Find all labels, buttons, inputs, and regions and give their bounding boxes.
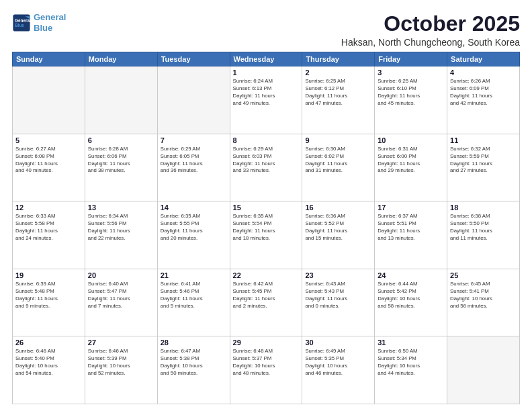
day-number: 26 xyxy=(15,338,82,347)
day-number: 12 xyxy=(15,203,82,212)
calendar-page: General Blue General Blue October 2025 H… xyxy=(0,0,532,411)
weekday-header-row: SundayMondayTuesdayWednesdayThursdayFrid… xyxy=(13,52,520,66)
day-cell-25: 25Sunrise: 6:45 AM Sunset: 5:41 PM Dayli… xyxy=(447,269,520,336)
day-number: 16 xyxy=(305,203,371,212)
day-cell-30: 30Sunrise: 6:49 AM Sunset: 5:35 PM Dayli… xyxy=(302,336,375,404)
day-number: 14 xyxy=(161,203,227,212)
day-info: Sunrise: 6:49 AM Sunset: 5:35 PM Dayligh… xyxy=(305,348,371,377)
day-info: Sunrise: 6:24 AM Sunset: 6:13 PM Dayligh… xyxy=(233,78,300,107)
day-number: 9 xyxy=(305,136,371,144)
day-cell-17: 17Sunrise: 6:37 AM Sunset: 5:51 PM Dayli… xyxy=(375,201,447,269)
day-cell-8: 8Sunrise: 6:29 AM Sunset: 6:03 PM Daylig… xyxy=(230,134,302,201)
day-info: Sunrise: 6:36 AM Sunset: 5:52 PM Dayligh… xyxy=(305,213,371,242)
day-info: Sunrise: 6:45 AM Sunset: 5:41 PM Dayligh… xyxy=(450,281,517,310)
day-info: Sunrise: 6:42 AM Sunset: 5:45 PM Dayligh… xyxy=(233,281,300,310)
day-cell-19: 19Sunrise: 6:39 AM Sunset: 5:48 PM Dayli… xyxy=(13,269,85,336)
logo-icon: General Blue xyxy=(12,13,31,32)
day-number: 13 xyxy=(88,203,154,212)
day-info: Sunrise: 6:28 AM Sunset: 6:06 PM Dayligh… xyxy=(88,146,154,175)
day-cell-7: 7Sunrise: 6:29 AM Sunset: 6:05 PM Daylig… xyxy=(157,134,230,201)
day-info: Sunrise: 6:46 AM Sunset: 5:39 PM Dayligh… xyxy=(88,348,154,377)
day-cell-18: 18Sunrise: 6:38 AM Sunset: 5:50 PM Dayli… xyxy=(447,201,520,269)
day-number: 8 xyxy=(233,136,300,144)
calendar-subtitle: Haksan, North Chungcheong, South Korea xyxy=(341,37,520,48)
day-number: 20 xyxy=(88,271,154,279)
day-cell-15: 15Sunrise: 6:35 AM Sunset: 5:54 PM Dayli… xyxy=(230,201,302,269)
calendar-title: October 2025 xyxy=(341,12,520,36)
weekday-header-tuesday: Tuesday xyxy=(157,52,230,66)
svg-text:General: General xyxy=(15,17,31,22)
day-info: Sunrise: 6:25 AM Sunset: 6:12 PM Dayligh… xyxy=(305,78,371,107)
day-info: Sunrise: 6:32 AM Sunset: 5:59 PM Dayligh… xyxy=(450,146,517,175)
day-number: 30 xyxy=(305,338,371,347)
empty-cell xyxy=(447,336,520,404)
day-cell-20: 20Sunrise: 6:40 AM Sunset: 5:47 PM Dayli… xyxy=(85,269,157,336)
day-cell-23: 23Sunrise: 6:43 AM Sunset: 5:43 PM Dayli… xyxy=(302,269,375,336)
day-info: Sunrise: 6:26 AM Sunset: 6:09 PM Dayligh… xyxy=(450,78,517,107)
day-cell-14: 14Sunrise: 6:35 AM Sunset: 5:55 PM Dayli… xyxy=(157,201,230,269)
day-info: Sunrise: 6:43 AM Sunset: 5:43 PM Dayligh… xyxy=(305,281,371,310)
day-info: Sunrise: 6:29 AM Sunset: 6:03 PM Dayligh… xyxy=(233,146,300,175)
empty-cell xyxy=(13,66,85,134)
day-cell-28: 28Sunrise: 6:47 AM Sunset: 5:38 PM Dayli… xyxy=(157,336,230,404)
day-info: Sunrise: 6:34 AM Sunset: 5:56 PM Dayligh… xyxy=(88,213,154,242)
logo-text: General Blue xyxy=(34,12,66,33)
logo-line1: General xyxy=(34,12,66,22)
day-cell-1: 1Sunrise: 6:24 AM Sunset: 6:13 PM Daylig… xyxy=(230,66,302,134)
day-number: 24 xyxy=(378,271,444,279)
day-number: 23 xyxy=(305,271,371,279)
empty-cell xyxy=(157,66,230,134)
day-number: 22 xyxy=(233,271,300,279)
svg-text:Blue: Blue xyxy=(15,23,24,28)
day-info: Sunrise: 6:38 AM Sunset: 5:50 PM Dayligh… xyxy=(450,213,517,242)
day-cell-4: 4Sunrise: 6:26 AM Sunset: 6:09 PM Daylig… xyxy=(447,66,520,134)
day-info: Sunrise: 6:50 AM Sunset: 5:34 PM Dayligh… xyxy=(378,348,444,377)
logo: General Blue General Blue xyxy=(12,12,66,33)
day-number: 4 xyxy=(450,68,517,77)
day-cell-26: 26Sunrise: 6:46 AM Sunset: 5:40 PM Dayli… xyxy=(13,336,85,404)
day-number: 11 xyxy=(450,136,517,144)
day-info: Sunrise: 6:48 AM Sunset: 5:37 PM Dayligh… xyxy=(233,348,300,377)
day-number: 18 xyxy=(450,203,517,212)
day-info: Sunrise: 6:33 AM Sunset: 5:58 PM Dayligh… xyxy=(15,213,82,242)
title-block: October 2025 Haksan, North Chungcheong, … xyxy=(341,12,520,48)
day-number: 27 xyxy=(88,338,154,347)
day-info: Sunrise: 6:37 AM Sunset: 5:51 PM Dayligh… xyxy=(378,213,444,242)
day-cell-16: 16Sunrise: 6:36 AM Sunset: 5:52 PM Dayli… xyxy=(302,201,375,269)
weekday-header-monday: Monday xyxy=(85,52,157,66)
day-cell-21: 21Sunrise: 6:41 AM Sunset: 5:46 PM Dayli… xyxy=(157,269,230,336)
day-number: 10 xyxy=(378,136,444,144)
day-number: 29 xyxy=(233,338,300,347)
day-cell-2: 2Sunrise: 6:25 AM Sunset: 6:12 PM Daylig… xyxy=(302,66,375,134)
day-cell-10: 10Sunrise: 6:31 AM Sunset: 6:00 PM Dayli… xyxy=(375,134,447,201)
day-number: 19 xyxy=(15,271,82,279)
day-cell-31: 31Sunrise: 6:50 AM Sunset: 5:34 PM Dayli… xyxy=(375,336,447,404)
day-info: Sunrise: 6:27 AM Sunset: 6:08 PM Dayligh… xyxy=(15,146,82,175)
day-number: 31 xyxy=(378,338,444,347)
day-cell-9: 9Sunrise: 6:30 AM Sunset: 6:02 PM Daylig… xyxy=(302,134,375,201)
day-cell-5: 5Sunrise: 6:27 AM Sunset: 6:08 PM Daylig… xyxy=(13,134,85,201)
weekday-header-wednesday: Wednesday xyxy=(230,52,302,66)
day-cell-12: 12Sunrise: 6:33 AM Sunset: 5:58 PM Dayli… xyxy=(13,201,85,269)
day-cell-6: 6Sunrise: 6:28 AM Sunset: 6:06 PM Daylig… xyxy=(85,134,157,201)
day-number: 17 xyxy=(378,203,444,212)
day-number: 6 xyxy=(88,136,154,144)
day-number: 15 xyxy=(233,203,300,212)
header: General Blue General Blue October 2025 H… xyxy=(12,12,520,48)
day-info: Sunrise: 6:25 AM Sunset: 6:10 PM Dayligh… xyxy=(378,78,444,107)
day-cell-29: 29Sunrise: 6:48 AM Sunset: 5:37 PM Dayli… xyxy=(230,336,302,404)
calendar-table: SundayMondayTuesdayWednesdayThursdayFrid… xyxy=(12,52,520,404)
day-info: Sunrise: 6:40 AM Sunset: 5:47 PM Dayligh… xyxy=(88,281,154,310)
day-info: Sunrise: 6:46 AM Sunset: 5:40 PM Dayligh… xyxy=(15,348,82,377)
weekday-header-saturday: Saturday xyxy=(447,52,520,66)
day-cell-22: 22Sunrise: 6:42 AM Sunset: 5:45 PM Dayli… xyxy=(230,269,302,336)
day-number: 5 xyxy=(15,136,82,144)
day-info: Sunrise: 6:35 AM Sunset: 5:55 PM Dayligh… xyxy=(161,213,227,242)
day-info: Sunrise: 6:41 AM Sunset: 5:46 PM Dayligh… xyxy=(161,281,227,310)
day-cell-3: 3Sunrise: 6:25 AM Sunset: 6:10 PM Daylig… xyxy=(375,66,447,134)
day-info: Sunrise: 6:31 AM Sunset: 6:00 PM Dayligh… xyxy=(378,146,444,175)
day-number: 7 xyxy=(161,136,227,144)
day-number: 28 xyxy=(161,338,227,347)
day-cell-11: 11Sunrise: 6:32 AM Sunset: 5:59 PM Dayli… xyxy=(447,134,520,201)
day-info: Sunrise: 6:44 AM Sunset: 5:42 PM Dayligh… xyxy=(378,281,444,310)
